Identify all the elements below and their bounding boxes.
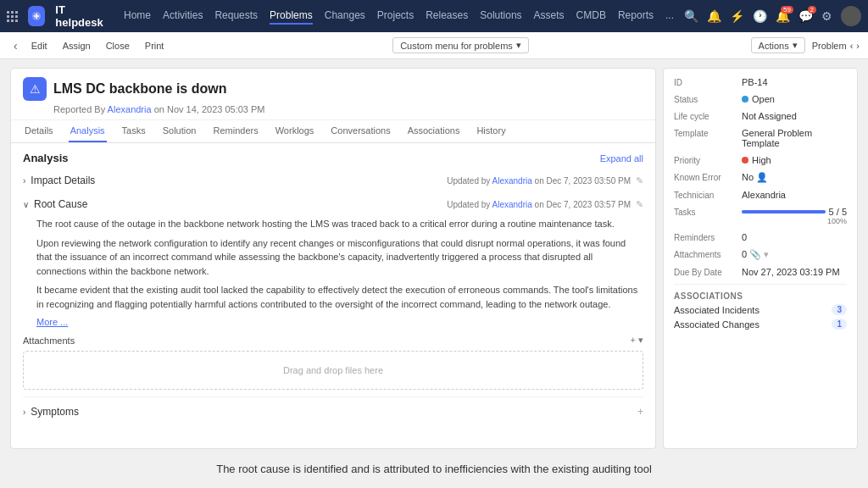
tab-associations[interactable]: Associations [406, 120, 462, 142]
tab-details[interactable]: Details [23, 120, 55, 142]
known-error-field: Known Error No 👤 [674, 172, 847, 183]
custom-menu-button[interactable]: Custom menu for problems ▾ [392, 37, 529, 53]
print-button[interactable]: Print [138, 38, 171, 53]
chat-icon[interactable]: 💬2 [798, 9, 813, 23]
tasks-row: 5 / 5 [742, 207, 847, 217]
back-button[interactable]: ‹ [8, 37, 23, 54]
content-area: Analysis Expand all › Impact Details Upd… [11, 143, 655, 448]
history-icon[interactable]: 🕐 [753, 9, 767, 23]
root-cause-text-2: Upon reviewing the network configuration… [36, 236, 643, 279]
page-caption: The root cause is identified and is attr… [0, 458, 868, 479]
symptoms-section: › Symptoms + [23, 396, 643, 421]
attach-icon[interactable]: 📎 ▾ [749, 249, 769, 259]
root-cause-updater-link[interactable]: Alexandria [492, 200, 532, 209]
tasks-progress-bar [742, 210, 826, 214]
known-error-icon: 👤 [756, 172, 768, 182]
associated-changes-count: 1 [832, 319, 847, 330]
tab-tasks[interactable]: Tasks [120, 120, 147, 142]
topnav: IT helpdesk Home Activities Requests Pro… [0, 0, 868, 32]
tasks-progress-fill [742, 210, 826, 214]
root-cause-text-3: It became evident that the existing audi… [36, 283, 643, 311]
prev-icon[interactable]: ‹ [850, 41, 854, 51]
user-avatar[interactable] [841, 6, 861, 26]
issue-title: LMS DC backbone is down [53, 81, 226, 97]
root-cause-chevron-icon: ∨ [23, 200, 29, 209]
status-badge: Open [742, 94, 847, 104]
toolbar-center: Custom menu for problems ▾ [172, 37, 748, 53]
associated-incidents-row: Associated Incidents 3 [674, 304, 847, 315]
problem-nav: Problem ‹ › [812, 41, 860, 51]
app-logo [28, 6, 45, 26]
actions-button[interactable]: Actions ▾ [751, 37, 805, 53]
root-cause-edit-icon[interactable]: ✎ [636, 199, 643, 210]
analysis-title: Analysis [23, 152, 68, 164]
bookmark-icon[interactable]: 🔔 [707, 9, 721, 23]
nav-home[interactable]: Home [124, 8, 151, 25]
symptoms-add-icon[interactable]: + [637, 406, 643, 418]
impact-details-section: › Impact Details Updated by Alexandria o… [23, 171, 643, 190]
impact-edit-icon[interactable]: ✎ [636, 175, 643, 186]
tab-worklogs[interactable]: Worklogs [274, 120, 316, 142]
tab-analysis[interactable]: Analysis [69, 120, 107, 142]
next-icon[interactable]: › [856, 41, 860, 51]
tab-reminders[interactable]: Reminders [211, 120, 259, 142]
symptoms-chevron-icon: › [23, 408, 25, 417]
priority-badge: High [742, 155, 847, 165]
nav-problems[interactable]: Problems [270, 8, 313, 25]
nav-links: Home Activities Requests Problems Change… [124, 8, 674, 25]
settings-icon[interactable]: ⚙ [821, 9, 832, 23]
tab-history[interactable]: History [475, 120, 507, 142]
attachments-header: Attachments + ▾ [23, 335, 643, 346]
issue-title-row: ⚠ LMS DC backbone is down [23, 77, 643, 101]
tasks-field: Tasks 5 / 5 100% [674, 207, 847, 225]
lifecycle-field: Life cycle Not Assigned [674, 111, 847, 121]
more-link[interactable]: More ... [36, 317, 68, 327]
notification-icon[interactable]: 🔔59 [776, 9, 790, 23]
tab-solution[interactable]: Solution [161, 120, 198, 142]
toolbar-right: Actions ▾ Problem ‹ › [751, 37, 860, 53]
assign-button[interactable]: Assign [56, 38, 97, 53]
impact-details-header[interactable]: › Impact Details Updated by Alexandria o… [23, 171, 643, 190]
search-icon[interactable]: 🔍 [684, 9, 698, 23]
nav-cmdb[interactable]: CMDB [576, 8, 606, 25]
nav-activities[interactable]: Activities [163, 8, 203, 25]
dropdown-icon: ▾ [516, 40, 521, 51]
close-button[interactable]: Close [99, 38, 136, 53]
issue-header: ⚠ LMS DC backbone is down Reported By Al… [11, 69, 655, 120]
impact-updater-link[interactable]: Alexandria [492, 176, 532, 186]
impact-meta: Updated by Alexandria on Dec 7, 2023 03:… [447, 175, 643, 186]
attachments-add-button[interactable]: + ▾ [631, 335, 643, 346]
tasks-percent: 100% [742, 217, 847, 225]
edit-button[interactable]: Edit [25, 38, 54, 53]
nav-more[interactable]: ... [665, 8, 674, 25]
nav-assets[interactable]: Assets [534, 8, 565, 25]
priority-field: Priority High [674, 155, 847, 165]
toolbar: ‹ Edit Assign Close Print Custom menu fo… [0, 32, 868, 59]
root-cause-meta: Updated by Alexandria on Dec 7, 2023 03:… [447, 199, 643, 210]
reporter-link[interactable]: Alexandria [108, 104, 152, 114]
root-cause-content: The root cause of the outage in the back… [36, 217, 643, 328]
root-cause-text-1: The root cause of the outage in the back… [36, 217, 643, 231]
issue-type-icon: ⚠ [23, 77, 47, 101]
attachments-section: Attachments + ▾ Drag and drop files here [23, 335, 643, 390]
nav-requests[interactable]: Requests [214, 8, 258, 25]
lightning-icon[interactable]: ⚡ [730, 9, 744, 23]
tab-conversations[interactable]: Conversations [329, 120, 392, 142]
symptoms-title: Symptoms [31, 406, 79, 418]
nav-projects[interactable]: Projects [377, 8, 414, 25]
grid-menu-icon[interactable] [7, 11, 18, 22]
nav-solutions[interactable]: Solutions [480, 8, 521, 25]
nav-changes[interactable]: Changes [325, 8, 365, 25]
app-name: IT helpdesk [55, 3, 107, 29]
topnav-actions: 🔍 🔔 ⚡ 🕐 🔔59 💬2 ⚙ [684, 6, 861, 26]
nav-reports[interactable]: Reports [618, 8, 654, 25]
impact-details-title: Impact Details [31, 175, 95, 186]
root-cause-header[interactable]: ∨ Root Cause Updated by Alexandria on De… [23, 195, 643, 214]
root-cause-title: Root Cause [34, 198, 87, 210]
nav-releases[interactable]: Releases [426, 8, 468, 25]
attachments-title: Attachments [23, 336, 75, 346]
expand-all-button[interactable]: Expand all [600, 153, 643, 164]
symptoms-header[interactable]: › Symptoms + [23, 402, 643, 421]
notification-badge: 59 [781, 6, 793, 14]
drop-zone[interactable]: Drag and drop files here [23, 351, 643, 390]
